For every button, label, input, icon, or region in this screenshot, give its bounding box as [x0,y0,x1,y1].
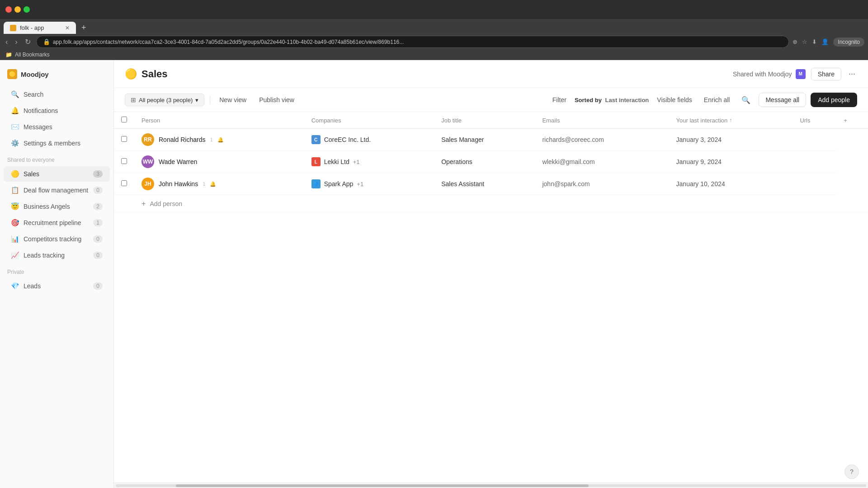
sidebar-item-leads[interactable]: 💎 Leads 0 [4,278,110,294]
incognito-badge: Incognito [833,38,864,47]
back-btn[interactable]: ‹ [4,37,9,47]
message-all-button[interactable]: Message all [759,93,806,107]
add-plus-icon: + [142,200,146,207]
company-extra: +1 [357,181,363,188]
select-all-checkbox[interactable] [121,117,127,122]
person-avatar: WW [142,155,154,168]
horizontal-scrollbar[interactable] [114,483,868,488]
sidebar-item-search[interactable]: 🔍 Search [4,87,110,102]
sidebar-item-recruitment[interactable]: 🎯 Recruitment pipeline 1 [4,215,110,230]
brand-area[interactable]: 🟡 Moodjoy [0,66,113,86]
grid-view-icon: ⊞ [131,96,136,103]
chart-icon: 📊 [11,235,19,243]
company-name[interactable]: Spark App [324,180,354,188]
page-header: 🟡 Sales Shared with Moodjoy M Share ··· [114,60,868,88]
col-add[interactable]: + [836,112,868,129]
more-options-button[interactable]: ··· [847,67,857,80]
view-selector[interactable]: ⊞ All people (3 people) ▾ [125,94,204,106]
bell-meta-icon: 🔔 [210,181,216,187]
urls-cell [793,151,836,173]
share-button[interactable]: Share [811,68,841,80]
trending-icon: 📈 [11,251,19,259]
main-content: 🟡 Sales Shared with Moodjoy M Share ··· … [114,60,868,488]
table-header-row: Person Companies Job title Emails Your l [114,112,868,129]
window-maximize-btn[interactable] [24,6,30,13]
sidebar-item-count: 0 [93,282,103,290]
person-cell: JH John Hawkins 1 🔔 [134,173,304,195]
add-person-row[interactable]: + Add person [114,195,868,213]
enrich-all-button[interactable]: Enrich all [700,94,734,106]
date-value: January 10, 2024 [676,180,725,188]
person-meta-count: 1 [203,181,205,187]
view-label: All people (3 people) [139,97,193,103]
add-column-icon[interactable]: + [844,117,847,124]
download-icon[interactable]: ⬇ [812,38,817,45]
tab-close-btn[interactable]: ✕ [65,25,70,31]
sidebar-item-competitors[interactable]: 📊 Competitors tracking 0 [4,231,110,247]
row-checkbox-cell [114,129,134,151]
sidebar-item-sales[interactable]: 🟡 Sales 3 [4,166,110,182]
email-value: wlekki@gmail.com [542,158,594,165]
row-checkbox[interactable] [121,180,127,186]
sidebar-item-label: Leads [24,282,89,290]
sidebar-item-deal-flow[interactable]: 📋 Deal flow management 0 [4,183,110,198]
shared-info: Shared with Moodjoy M [733,69,806,79]
sidebar-item-messages[interactable]: ✉️ Messages [4,119,110,135]
sidebar-item-label: Deal flow management [24,187,89,194]
person-name[interactable]: Wade Warren [159,158,197,165]
company-cell: 🔷 Spark App +1 [304,173,434,195]
company-logo: L [311,157,321,166]
publish-view-button[interactable]: Publish view [255,94,298,106]
urls-cell [793,129,836,151]
page-title-area: 🟡 Sales [125,68,168,80]
forward-btn[interactable]: › [13,37,19,47]
reload-btn[interactable]: ↻ [23,37,33,47]
company-name[interactable]: Lekki Ltd [324,158,349,165]
contacts-table: Person Companies Job title Emails Your l [114,112,868,213]
bookmarks-folder-icon: 📁 [5,52,12,58]
person-meta-count: 1 [210,137,213,142]
person-name[interactable]: John Hawkins [159,180,198,188]
company-logo: 🔷 [311,179,321,188]
row-checkbox[interactable] [121,136,127,142]
window-close-btn[interactable] [5,6,12,13]
row-checkbox-cell [114,151,134,173]
new-view-button[interactable]: New view [216,94,250,106]
filter-button[interactable]: Filter [549,94,570,106]
sidebar-item-settings[interactable]: ⚙️ Settings & members [4,136,110,151]
scrollbar-thumb[interactable] [176,484,589,487]
sidebar-item-leads-tracking[interactable]: 📈 Leads tracking 0 [4,248,110,263]
sidebar-item-notifications[interactable]: 🔔 Notifications [4,103,110,118]
sidebar-item-label: Leads tracking [24,252,89,259]
address-bar[interactable]: 🔒 app.folk.app/apps/contacts/network/cca… [36,36,789,48]
sidebar-item-count: 2 [93,203,103,210]
add-people-button[interactable]: Add people [811,93,857,107]
job-title-cell: Operations [434,151,535,173]
sidebar-item-business-angels[interactable]: 😇 Business Angels 2 [4,199,110,214]
extension-icon: ⊕ [793,38,797,45]
row-checkbox-cell [114,173,134,195]
window-minimize-btn[interactable] [14,6,21,13]
sidebar-item-label: Sales [24,170,89,178]
sidebar-item-count: 0 [93,252,103,259]
person-name[interactable]: Ronald Richards [159,136,206,143]
new-tab-btn[interactable]: + [78,23,90,33]
active-tab[interactable]: folk - app ✕ [4,22,76,34]
col-checkbox [114,112,134,129]
col-job-title: Job title [434,112,535,129]
add-person-cell[interactable]: + Add person [134,195,868,213]
sidebar-item-label: Recruitment pipeline [24,219,89,226]
bookmark-star[interactable]: ☆ [802,38,807,45]
date-value: January 3, 2024 [676,136,722,143]
browser-chrome [0,0,868,19]
company-name[interactable]: CoreEC Inc. Ltd. [324,136,371,143]
help-button[interactable]: ? [844,465,859,479]
visible-fields-button[interactable]: Visible fields [653,94,696,106]
url-text: app.folk.app/apps/contacts/network/ccaa7… [53,39,783,45]
sidebar-item-count: 3 [93,170,103,178]
profile-icon[interactable]: 👤 [821,38,829,45]
target-icon: 🎯 [11,219,19,227]
tab-bar: folk - app ✕ + [0,19,868,34]
row-checkbox[interactable] [121,158,127,164]
search-icon-btn[interactable]: 🔍 [738,94,754,106]
